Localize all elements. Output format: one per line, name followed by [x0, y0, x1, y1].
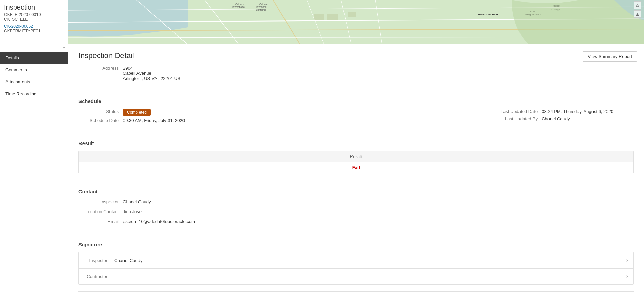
address-label: Address	[78, 66, 123, 71]
signature-row[interactable]: Contractor ›	[79, 269, 633, 284]
grid-icon[interactable]: ⊞	[634, 10, 641, 18]
svg-rect-11	[314, 14, 324, 20]
address-section: Address 3904 Cabell Avenue Arlington , U…	[78, 66, 634, 90]
email-value: pscrqa_10@adcdat05.us.oracle.com	[123, 219, 195, 224]
sidebar-item-attachments[interactable]: Attachments	[0, 76, 68, 88]
sidebar-item-details[interactable]: Details	[0, 52, 68, 64]
location-contact-value: Jina Jose	[123, 209, 142, 214]
address-value: 3904 Cabell Avenue Arlington , US-VA , 2…	[123, 66, 180, 81]
result-table: Result Fail	[78, 151, 634, 173]
svg-text:Container: Container	[256, 9, 266, 11]
sidebar: « DetailsCommentsAttachmentsTime Recordi…	[0, 44, 68, 301]
signature-title: Signature	[78, 242, 634, 247]
status-badge: Completed	[123, 109, 151, 116]
last-updated-date-label: Last Updated Date	[491, 109, 542, 114]
signature-row-value: Chanel Caudy	[114, 258, 142, 263]
map-area: Oakland International Oakland Intermodal…	[68, 0, 644, 44]
record-type: CK_SC_ELE	[4, 17, 64, 22]
inspector-value: Chanel Caudy	[123, 199, 151, 204]
signature-row-label: Contractor	[84, 274, 112, 279]
schedule-title: Schedule	[78, 98, 634, 104]
address-number: 3904	[123, 66, 180, 71]
page-title: Inspection Detail	[78, 51, 634, 60]
last-updated-date-value: 08:24 PM, Thursday, August 6, 2020	[542, 109, 613, 114]
permit-link[interactable]: CK-2020-00062	[4, 24, 64, 29]
inspector-label: Inspector	[78, 199, 123, 204]
permit-type: CKPERMITTYPE01	[4, 29, 64, 33]
sidebar-item-time-recording[interactable]: Time Recording	[0, 88, 68, 100]
email-label: Email	[78, 219, 123, 224]
svg-text:International: International	[232, 6, 245, 8]
signature-section: Signature Inspector Chanel Caudy › Contr…	[78, 242, 634, 292]
chevron-right-icon: ›	[626, 273, 628, 279]
contact-section: Contact Inspector Chanel Caudy Location …	[78, 189, 634, 233]
record-id: CKELE-2020-00010	[4, 12, 64, 17]
svg-text:Oakland: Oakland	[235, 3, 244, 5]
schedule-section: Schedule Status Completed Schedule Date …	[78, 98, 634, 132]
view-summary-button[interactable]: View Summary Report	[583, 51, 637, 62]
svg-rect-12	[327, 14, 338, 20]
result-value: Fail	[84, 165, 628, 170]
svg-rect-13	[348, 12, 356, 17]
location-contact-label: Location Contact	[78, 209, 123, 214]
signature-table: Inspector Chanel Caudy › Contractor ›	[78, 252, 634, 285]
last-updated-by-label: Last Updated By	[491, 116, 542, 121]
svg-text:Intermodal: Intermodal	[256, 6, 267, 8]
schedule-date-value: 09:30 AM, Friday, July 31, 2020	[123, 118, 185, 123]
svg-text:MacArthur Blvd: MacArthur Blvd	[478, 13, 498, 16]
main-content: Inspection Detail View Summary Report Ad…	[68, 44, 644, 301]
signature-row[interactable]: Inspector Chanel Caudy ›	[79, 252, 633, 269]
signature-row-label: Inspector	[84, 258, 112, 263]
status-label: Status	[78, 109, 123, 114]
schedule-date-label: Schedule Date	[78, 118, 123, 123]
chevron-right-icon: ›	[626, 257, 628, 263]
address-street: Cabell Avenue	[123, 71, 180, 76]
home-icon[interactable]: ⌂	[634, 1, 641, 9]
result-section: Result Result Fail	[78, 140, 634, 180]
collapse-button[interactable]: «	[0, 44, 68, 52]
inspection-title: Inspection	[4, 3, 64, 11]
last-updated-by-value: Chanel Caudy	[542, 116, 570, 121]
contact-title: Contact	[78, 189, 634, 194]
address-city-state: Arlington , US-VA , 22201 US	[123, 76, 180, 81]
sidebar-item-comments[interactable]: Comments	[0, 64, 68, 76]
result-title: Result	[78, 140, 634, 146]
svg-text:Oakland: Oakland	[259, 3, 268, 5]
result-column-header: Result	[84, 154, 628, 159]
